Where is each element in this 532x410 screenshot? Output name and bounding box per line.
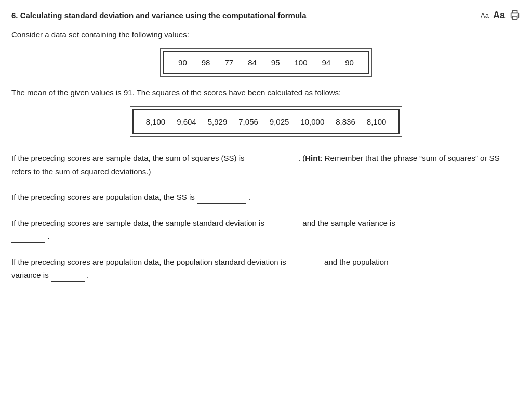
data-value-4: 84 bbox=[248, 58, 257, 67]
square-value-2: 9,604 bbox=[177, 117, 196, 126]
q4-variance-label: variance is bbox=[11, 270, 49, 279]
q3-stddev-blank[interactable] bbox=[267, 220, 300, 229]
q3-variance-blank[interactable] bbox=[11, 234, 45, 243]
question-3: If the preceding scores are sample data,… bbox=[11, 216, 521, 243]
data-values-container: 90 98 77 84 95 100 94 90 bbox=[11, 48, 521, 77]
question-2: If the preceding scores are population d… bbox=[11, 190, 521, 204]
square-value-6: 10,000 bbox=[300, 117, 324, 126]
data-value-1: 90 bbox=[178, 58, 187, 67]
mean-text: The mean of the given values is 91. The … bbox=[11, 88, 521, 97]
square-value-7: 8,836 bbox=[336, 117, 355, 126]
q3-middle: and the sample variance is bbox=[302, 218, 395, 227]
data-value-7: 94 bbox=[322, 58, 331, 67]
squares-values-container: 8,100 9,604 5,929 7,056 9,025 10,000 8,8… bbox=[11, 106, 521, 137]
question-1: If the preceding scores are sample data,… bbox=[11, 152, 521, 178]
q4-variance-blank[interactable] bbox=[51, 272, 85, 282]
data-values-box: 90 98 77 84 95 100 94 90 bbox=[163, 51, 369, 74]
page-header: 6. Calculating standard deviation and va… bbox=[11, 9, 521, 21]
data-value-3: 77 bbox=[224, 58, 233, 67]
q2-prefix: If the preceding scores are population d… bbox=[11, 193, 195, 201]
squares-values-box: 8,100 9,604 5,929 7,056 9,025 10,000 8,8… bbox=[132, 109, 400, 134]
intro-text: Consider a data set containing the follo… bbox=[11, 30, 521, 39]
data-value-6: 100 bbox=[295, 58, 308, 67]
print-icon[interactable] bbox=[509, 9, 521, 21]
square-value-4: 7,056 bbox=[238, 117, 258, 126]
q2-period: . bbox=[248, 193, 250, 201]
q4-period: . bbox=[87, 270, 89, 279]
header-controls: Aa Aa bbox=[481, 9, 521, 21]
font-small-button[interactable]: Aa bbox=[481, 11, 489, 19]
q1-answer-blank[interactable] bbox=[247, 156, 296, 165]
squares-values-outer-border: 8,100 9,604 5,929 7,056 9,025 10,000 8,8… bbox=[130, 106, 403, 137]
q3-prefix: If the preceding scores are sample data,… bbox=[11, 218, 264, 227]
q2-answer-blank[interactable] bbox=[197, 195, 246, 204]
q4-stddev-blank[interactable] bbox=[288, 259, 322, 268]
q4-prefix: If the preceding scores are population d… bbox=[11, 257, 286, 266]
square-value-5: 9,025 bbox=[270, 117, 289, 126]
data-values-outer-border: 90 98 77 84 95 100 94 90 bbox=[160, 48, 372, 77]
q1-hint-label: Hint bbox=[305, 154, 320, 162]
page-title: 6. Calculating standard deviation and va… bbox=[11, 11, 307, 20]
font-large-button[interactable]: Aa bbox=[493, 10, 505, 21]
q4-middle: and the population bbox=[324, 257, 388, 266]
q1-period: . ( bbox=[298, 154, 305, 162]
svg-rect-1 bbox=[512, 16, 517, 19]
square-value-3: 5,929 bbox=[208, 117, 228, 126]
square-value-8: 8,100 bbox=[367, 117, 387, 126]
q3-period: . bbox=[47, 231, 49, 240]
square-value-1: 8,100 bbox=[146, 117, 166, 126]
q1-prefix: If the preceding scores are sample data,… bbox=[11, 154, 245, 162]
svg-point-2 bbox=[517, 15, 518, 16]
data-value-5: 95 bbox=[271, 58, 280, 67]
data-value-8: 90 bbox=[345, 58, 354, 67]
data-value-2: 98 bbox=[202, 58, 210, 67]
question-4: If the preceding scores are population d… bbox=[11, 255, 521, 282]
